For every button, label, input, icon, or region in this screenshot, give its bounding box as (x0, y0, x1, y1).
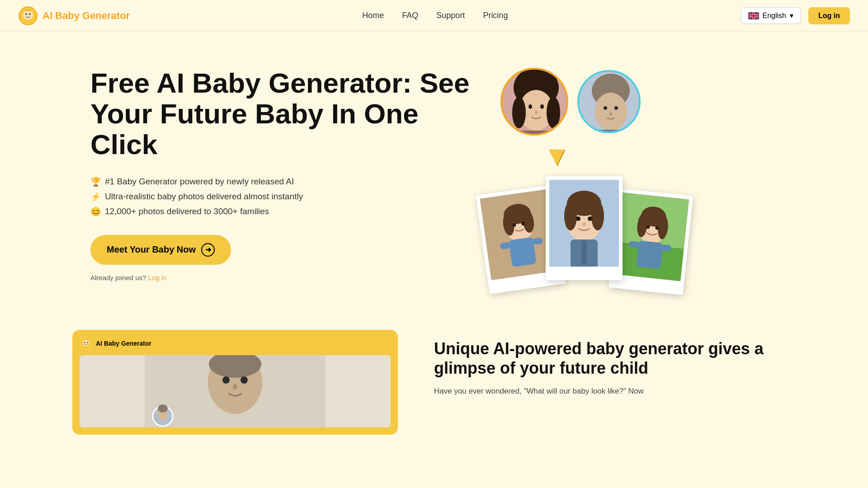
dad-face-svg (579, 72, 641, 133)
app-preview-bar: AI Baby Generator (80, 337, 391, 350)
baby-photo-2 (546, 176, 623, 280)
svg-point-62 (222, 376, 230, 384)
svg-point-58 (87, 342, 88, 343)
svg-point-20 (609, 112, 612, 116)
baby-girl-svg-3 (613, 192, 689, 282)
svg-point-9 (528, 104, 532, 109)
dad-avatar (577, 70, 641, 133)
svg-point-4 (27, 9, 29, 11)
already-joined-text: Already joined us? Log in (90, 274, 166, 282)
baby-girl-svg-2 (549, 180, 619, 267)
smiley-icon: 😊 (90, 206, 101, 217)
hero-visual-area: ▼ (473, 59, 787, 294)
mom-face-svg (502, 70, 568, 136)
svg-point-56 (83, 340, 89, 346)
svg-rect-30 (509, 237, 537, 267)
navbar: AI Baby Generator Home FAQ Support Prici… (0, 0, 868, 32)
svg-point-36 (564, 202, 577, 230)
baby-photos-area (482, 176, 717, 321)
feature-item-1: 🏆 #1 Baby Generator powered by newly rel… (90, 177, 473, 187)
logo-area: AI Baby Generator (18, 6, 130, 26)
section-right-area: Unique AI-powered baby generator gives a… (434, 330, 796, 398)
svg-point-40 (583, 222, 586, 226)
navbar-right: English ▾ Log in (741, 7, 850, 24)
nav-links: Home FAQ Support Pricing (362, 11, 508, 20)
svg-point-39 (588, 216, 592, 221)
svg-point-10 (540, 104, 544, 109)
arrow-circle-icon: ➜ (201, 243, 215, 257)
svg-point-38 (576, 216, 580, 221)
svg-point-17 (594, 93, 627, 131)
section-title: Unique AI-powered baby generator gives a… (434, 339, 796, 378)
svg-point-13 (547, 97, 560, 128)
flag-icon (748, 12, 759, 19)
svg-point-1 (23, 10, 33, 20)
hero-features-list: 🏆 #1 Baby Generator powered by newly rel… (90, 177, 473, 217)
mom-avatar (500, 68, 568, 136)
svg-rect-42 (581, 241, 587, 263)
cta-button[interactable]: Meet Your Baby Now ➜ (90, 235, 231, 265)
svg-point-11 (535, 111, 538, 114)
svg-point-19 (614, 106, 618, 110)
svg-rect-14 (516, 131, 557, 136)
arrow-down-icon: ▼ (543, 142, 570, 169)
nav-pricing[interactable]: Pricing (483, 11, 508, 20)
app-logo-svg (80, 337, 92, 350)
feature-text-1: #1 Baby Generator powered by newly relea… (105, 177, 294, 187)
baby-photo-inner-3 (613, 192, 689, 282)
feature-item-2: ⚡ Ultra-realistic baby photos delivered … (90, 192, 473, 202)
login-button[interactable]: Log in (808, 7, 850, 24)
logo-icon (18, 6, 38, 26)
login-link[interactable]: Log in (148, 274, 167, 282)
section-description: Have you ever wondered, "What will our b… (434, 385, 796, 397)
svg-rect-21 (590, 130, 631, 133)
trophy-icon: 🏆 (90, 177, 101, 187)
svg-point-37 (591, 202, 604, 230)
svg-rect-52 (636, 240, 663, 269)
svg-point-18 (604, 106, 607, 110)
app-preview-title: AI Baby Generator (96, 340, 151, 347)
language-selector[interactable]: English ▾ (741, 7, 801, 24)
bottom-section: AI Baby Generator (0, 312, 868, 453)
nav-faq[interactable]: FAQ (402, 11, 418, 20)
nav-home[interactable]: Home (362, 11, 384, 20)
lightning-icon: ⚡ (90, 192, 101, 202)
logo-text: AI Baby Generator (42, 10, 130, 22)
app-preview-logo-icon (80, 337, 92, 350)
cta-label: Meet Your Baby Now (107, 244, 196, 255)
app-preview-card: AI Baby Generator (72, 330, 398, 435)
svg-point-3 (29, 13, 31, 15)
feature-item-3: 😊 12,000+ photos delivered to 3000+ fami… (90, 206, 473, 217)
language-label: English (763, 12, 786, 20)
chevron-down-icon: ▾ (790, 11, 793, 20)
hero-section: Free AI Baby Generator: See Your Future … (0, 32, 868, 312)
already-joined-label: Already joined us? (90, 274, 146, 282)
svg-point-12 (512, 97, 526, 128)
svg-point-63 (241, 376, 248, 384)
app-preview-content (80, 355, 391, 427)
svg-point-64 (233, 384, 237, 389)
svg-point-67 (158, 404, 168, 413)
app-content-svg (145, 355, 326, 427)
feature-text-3: 12,000+ photos delivered to 3000+ famili… (105, 206, 269, 216)
feature-text-2: Ultra-realistic baby photos delivered al… (105, 192, 303, 202)
svg-point-2 (25, 13, 27, 15)
nav-support[interactable]: Support (436, 11, 465, 20)
hero-title: Free AI Baby Generator: See Your Future … (90, 68, 473, 160)
svg-point-57 (84, 342, 85, 343)
hero-text-area: Free AI Baby Generator: See Your Future … (90, 59, 473, 282)
baby-photo-inner-2 (549, 180, 619, 267)
